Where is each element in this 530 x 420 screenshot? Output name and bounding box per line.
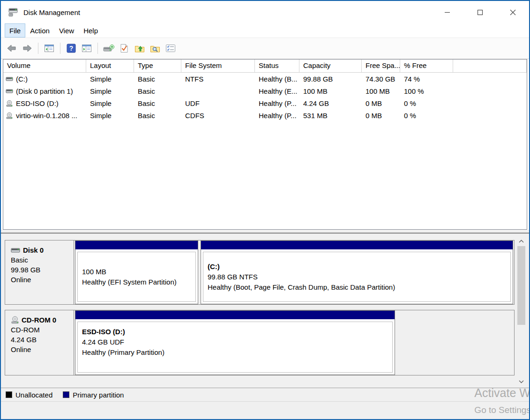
column-header-status[interactable]: Status (255, 60, 299, 72)
menu-action[interactable]: Action (25, 23, 54, 38)
column-header-blank (453, 60, 527, 72)
disk0-header[interactable]: Disk 0 Basic 99.98 GB Online (5, 240, 74, 304)
volume-free-space: 74.30 GB (362, 75, 400, 83)
minimize-button[interactable] (431, 1, 463, 23)
disk-management-app-icon (7, 7, 19, 17)
show-action-pane-icon[interactable] (81, 42, 93, 54)
folder-find-icon[interactable] (149, 42, 161, 54)
disk-volume-icon (6, 88, 14, 94)
toolbar-separator (97, 43, 98, 54)
volume-capacity: 100 MB (299, 87, 362, 95)
esd-iso-partition-size: 4.24 GB UDF (82, 337, 392, 347)
cdrom-strip-empty-area (397, 310, 513, 375)
volume-type: Basic (134, 112, 181, 120)
back-icon[interactable] (6, 42, 18, 54)
legend-primary-partition-label: Primary partition (73, 391, 124, 399)
column-header-type[interactable]: Type (134, 60, 181, 72)
volume-layout: Simple (86, 112, 134, 120)
column-header-file-system[interactable]: File System (181, 60, 255, 72)
disk-volume-icon (6, 76, 14, 82)
cd-volume-icon (6, 100, 14, 107)
volume-name: virtio-win-0.1.208 ... (16, 112, 77, 120)
column-header-layout[interactable]: Layout (86, 60, 134, 72)
efi-partition-block[interactable]: 100 MB Healthy (EFI System Partition) (75, 240, 198, 304)
volume-type: Basic (134, 87, 181, 95)
legend-bar: Unallocated Primary partition (1, 388, 529, 401)
disk0-type: Basic (11, 255, 71, 265)
volume-row-esd-iso[interactable]: ESD-ISO (D:) Simple Basic UDF Healthy (P… (3, 97, 527, 109)
volume-type: Basic (134, 99, 181, 107)
graphical-view-pane: Disk 0 Basic 99.98 GB Online 100 MB Heal… (1, 237, 529, 388)
volume-file-system: CDFS (181, 112, 255, 120)
esd-iso-partition-status: Healthy (Primary Partition) (82, 347, 392, 358)
volume-row-disk0-partition1[interactable]: (Disk 0 partition 1) Simple Basic Health… (3, 85, 527, 97)
volume-file-system: UDF (181, 99, 255, 107)
volume-list-pane: Volume Layout Type File System Status Ca… (3, 59, 527, 230)
volume-status: Healthy (P... (255, 112, 299, 120)
cdrom-device-icon (11, 316, 20, 324)
volume-status: Healthy (E... (255, 87, 299, 95)
cdrom0-type: CD-ROM (11, 325, 71, 335)
volume-name: (Disk 0 partition 1) (16, 87, 73, 95)
cdrom0-size: 4.24 GB (11, 335, 71, 345)
scrollbar-thumb[interactable] (517, 246, 525, 325)
cdrom0-name: CD-ROM 0 (22, 315, 56, 325)
help-icon[interactable]: ? (65, 42, 77, 54)
titlebar: Disk Management (1, 1, 529, 23)
volume-layout: Simple (86, 75, 134, 83)
volume-pct-free: 74 % (400, 75, 453, 83)
show-console-tree-icon[interactable] (43, 42, 55, 54)
properties-icon[interactable] (164, 42, 177, 54)
volume-row-virtio-win[interactable]: virtio-win-0.1.208 ... Simple Basic CDFS… (3, 109, 527, 121)
disk-device-icon (11, 247, 21, 254)
esd-iso-partition-name: ESD-ISO (D:) (82, 327, 392, 337)
menu-file[interactable]: File (5, 23, 25, 38)
volume-free-space: 0 MB (362, 99, 400, 107)
menu-view[interactable]: View (54, 23, 79, 38)
graphical-view-scrollbar[interactable] (517, 237, 525, 388)
check-document-icon[interactable] (118, 42, 130, 54)
volume-status: Healthy (P... (255, 99, 299, 107)
close-button[interactable] (496, 1, 529, 23)
primary-partition-colorbar (201, 241, 513, 249)
primary-partition-swatch (63, 391, 69, 398)
cdrom0-header[interactable]: CD-ROM 0 CD-ROM 4.24 GB Online (5, 310, 74, 375)
efi-partition-status: Healthy (EFI System Partition) (82, 277, 195, 287)
folder-export-icon[interactable] (134, 42, 146, 54)
window-title: Disk Management (23, 8, 80, 16)
volume-layout: Simple (86, 99, 134, 107)
volume-list-header: Volume Layout Type File System Status Ca… (3, 60, 527, 73)
efi-partition-size: 100 MB (82, 267, 195, 277)
volume-pct-free: 0 % (400, 99, 453, 107)
cdrom0-status: Online (11, 345, 71, 354)
pane-splitter[interactable] (1, 230, 529, 237)
column-header-volume[interactable]: Volume (3, 60, 86, 72)
toolbar: ? (1, 38, 529, 59)
rescan-disks-icon[interactable] (103, 42, 115, 54)
maximize-button[interactable] (463, 1, 496, 23)
volume-pct-free: 100 % (400, 87, 453, 95)
svg-text:?: ? (69, 45, 74, 52)
scroll-down-icon[interactable] (517, 378, 525, 386)
legend-unallocated: Unallocated (6, 391, 52, 399)
cdrom0-strip: CD-ROM 0 CD-ROM 4.24 GB Online ESD-ISO (… (5, 310, 515, 375)
column-header-capacity[interactable]: Capacity (299, 60, 362, 72)
forward-icon[interactable] (21, 42, 33, 54)
volume-free-space: 0 MB (362, 112, 400, 120)
c-partition-block[interactable]: (C:) 99.88 GB NTFS Healthy (Boot, Page F… (201, 240, 513, 304)
legend-unallocated-label: Unallocated (15, 391, 52, 399)
c-partition-size: 99.88 GB NTFS (208, 272, 510, 282)
volume-layout: Simple (86, 87, 134, 95)
disk0-strip: Disk 0 Basic 99.98 GB Online 100 MB Heal… (5, 240, 515, 305)
volume-row-c[interactable]: (C:) Simple Basic NTFS Healthy (B... 99.… (3, 73, 527, 85)
volume-free-space: 100 MB (362, 87, 400, 95)
column-header-pct-free[interactable]: % Free (400, 60, 453, 72)
c-partition-name: (C:) (208, 262, 510, 272)
scroll-up-icon[interactable] (517, 237, 525, 245)
disk-management-window: Disk Management File Action View Help (0, 0, 530, 420)
unallocated-swatch (6, 391, 12, 398)
esd-iso-partition-block[interactable]: ESD-ISO (D:) 4.24 GB UDF Healthy (Primar… (75, 310, 395, 375)
column-header-free-space[interactable]: Free Spa... (362, 60, 400, 72)
volume-file-system: NTFS (181, 75, 255, 83)
menu-help[interactable]: Help (79, 23, 103, 38)
